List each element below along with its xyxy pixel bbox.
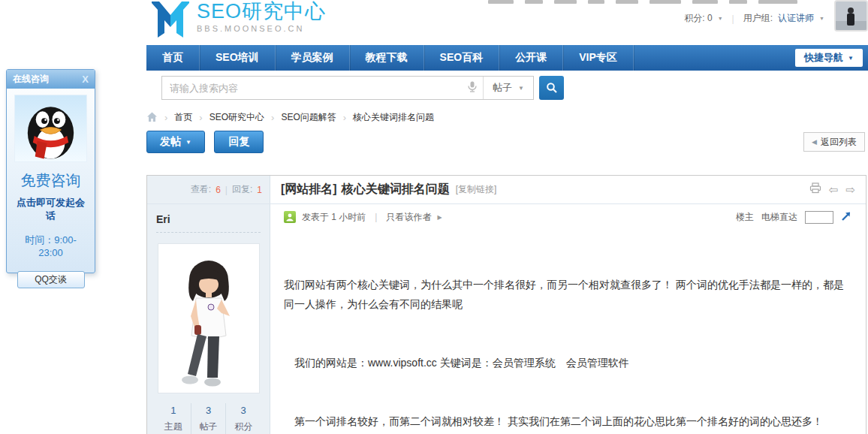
views-count: 6 <box>215 185 221 195</box>
thread-title: 核心关键词排名问题 <box>342 182 450 197</box>
nav-item-home[interactable]: 首页 <box>146 45 200 71</box>
usergroup-label: 用户组: <box>743 12 773 25</box>
user-bar: 积分: 0 ▼ | 用户组: 认证讲师 ▼ <box>684 12 824 25</box>
replies-count: 1 <box>257 185 262 195</box>
qq-chat-button[interactable]: QQ交谈 <box>17 271 85 288</box>
search-scope-select[interactable]: 帖子 ▼ <box>483 77 533 99</box>
chevron-down-icon: ▼ <box>848 55 854 62</box>
crumb-subforum[interactable]: SEO问题解答 <box>281 111 336 124</box>
elevator-label: 电梯直达 <box>761 211 797 224</box>
next-thread-icon[interactable]: ⇨ <box>845 183 855 197</box>
stat-posts[interactable]: 3 帖子 <box>191 403 227 434</box>
nav-item-seo-training[interactable]: SEO培训 <box>200 45 276 71</box>
search-bar: 帖子 ▼ <box>146 75 868 101</box>
quick-nav-button[interactable]: 快捷导航 ▼ <box>795 49 863 67</box>
nav-item-open-class[interactable]: 公开课 <box>499 45 563 71</box>
replies-label: 回复: <box>232 183 252 196</box>
search-input[interactable] <box>162 77 468 98</box>
thread-actions: 发帖 ▼ 回复 ◀ 返回列表 <box>146 131 868 155</box>
close-icon[interactable]: X <box>82 74 89 84</box>
posted-time: 发表于 1 小时前 <box>302 211 366 224</box>
crumb-forum[interactable]: SEO研究中心 <box>209 111 264 124</box>
chevron-down-icon: ▼ <box>518 85 524 92</box>
stat-threads[interactable]: 1 主题 <box>156 403 191 434</box>
author-sidebar: Eri <box>147 204 270 434</box>
qq-penguin-icon <box>15 97 86 161</box>
jump-icon[interactable] <box>841 210 852 224</box>
nav-item-tutorial-download[interactable]: 教程下载 <box>350 45 424 71</box>
thread-header: 查看: 6 | 回复: 1 [网站排名] 核心关键词排名问题 [复制链接] ⇦ … <box>147 176 866 204</box>
qq-panel-title: 在线咨询 <box>13 73 49 86</box>
thread-panel: 查看: 6 | 回复: 1 [网站排名] 核心关键词排名问题 [复制链接] ⇦ … <box>146 175 866 434</box>
post-main: 发表于 1 小时前 | 只看该作者 ▶ 楼主 电梯直达 <box>270 204 866 434</box>
elevator-input[interactable] <box>805 211 833 224</box>
post-paragraph: 我们网站有两个核心关键词，为什么其中一个排名很好，而另一个相对就查很多了！ 两个… <box>284 275 852 314</box>
crumb-current: 核心关键词排名问题 <box>353 111 434 124</box>
usergroup-value[interactable]: 认证讲师 <box>778 12 814 25</box>
search-button[interactable] <box>539 76 564 100</box>
chevron-down-icon[interactable]: ▼ <box>718 16 723 21</box>
logo-m-icon <box>150 0 191 38</box>
logo-subtitle: BBS.MOONSEO.CN <box>197 24 326 33</box>
thread-title-prefix: [网站排名] <box>281 182 337 197</box>
microphone-icon[interactable] <box>468 81 483 95</box>
logo-title: SEO研究中心 <box>197 0 326 23</box>
nav-item-vip-zone[interactable]: VIP专区 <box>563 45 634 71</box>
crumb-home[interactable]: 首页 <box>174 111 192 124</box>
stat-credits[interactable]: 3 积分 <box>226 403 261 434</box>
back-to-list-button[interactable]: ◀ 返回列表 <box>803 132 865 152</box>
site-logo[interactable]: SEO研究中心 BBS.MOONSEO.CN <box>150 0 326 38</box>
poster-icon <box>284 211 296 223</box>
avatar-illustration <box>158 244 259 393</box>
home-icon[interactable] <box>146 112 158 122</box>
author-stats: 1 主题 3 帖子 3 积分 <box>156 403 261 434</box>
prev-thread-icon[interactable]: ⇦ <box>829 183 839 197</box>
user-avatar[interactable] <box>834 0 868 32</box>
author-avatar[interactable] <box>158 243 260 393</box>
qq-subline[interactable]: 点击即可发起会话 <box>13 196 89 223</box>
nav-item-seo-wiki[interactable]: SEO百科 <box>424 45 500 71</box>
site-header: SEO研究中心 BBS.MOONSEO.CN 积分: 0 ▼ | 用户组: 认证… <box>146 0 868 42</box>
credits-value[interactable]: 积分: 0 <box>684 12 712 25</box>
post-content: 我们网站有两个核心关键词，为什么其中一个排名很好，而另一个相对就查很多了！ 两个… <box>284 236 852 434</box>
views-label: 查看: <box>191 183 211 196</box>
copy-link[interactable]: [复制链接] <box>456 183 497 196</box>
post-paragraph: 我们的网站是：www.vipsoft.cc 关键词是：会员管理系统 会员管理软件 <box>284 353 852 372</box>
avatar-photo-figure <box>836 2 866 30</box>
post-paragraph: 第一个词排名较好，而第二个词就相对较差！ 其实我们在第二个词上面的花心思比第一个… <box>284 411 852 431</box>
qq-panel-header: 在线咨询 X <box>7 70 95 89</box>
forward-triangle-icon[interactable]: ▶ <box>437 214 442 221</box>
thread-counters: 查看: 6 | 回复: 1 <box>147 176 270 203</box>
floor-label: 楼主 <box>736 211 754 224</box>
post-meta: 发表于 1 小时前 | 只看该作者 ▶ 楼主 电梯直达 <box>284 204 852 230</box>
new-post-button[interactable]: 发帖 ▼ <box>146 131 205 153</box>
qq-headline[interactable]: 免费咨询 <box>13 170 89 191</box>
main-nav: 首页 SEO培训 学员案例 教程下载 SEO百科 公开课 VIP专区 快捷导航 … <box>146 45 868 71</box>
only-author-link[interactable]: 只看该作者 <box>386 211 431 224</box>
chevron-down-icon[interactable]: ▼ <box>819 16 824 21</box>
qq-consult-panel: 在线咨询 X 免费咨询 点击即可发起会话 时间：9:00-23:00 QQ交谈 <box>6 69 95 273</box>
chevron-down-icon: ▼ <box>185 139 191 146</box>
print-icon[interactable] <box>809 182 821 197</box>
author-name[interactable]: Eri <box>156 213 261 233</box>
reply-button[interactable]: 回复 <box>214 131 264 153</box>
nav-item-student-cases[interactable]: 学员案例 <box>276 45 350 71</box>
breadcrumb: › 首页 › SEO研究中心 › SEO问题解答 › 核心关键词排名问题 <box>146 110 868 125</box>
qq-penguin-image[interactable] <box>14 95 87 162</box>
qq-service-hours: 时间：9:00-23:00 <box>13 234 89 258</box>
search-icon <box>546 82 558 94</box>
back-triangle-icon: ◀ <box>812 138 817 146</box>
